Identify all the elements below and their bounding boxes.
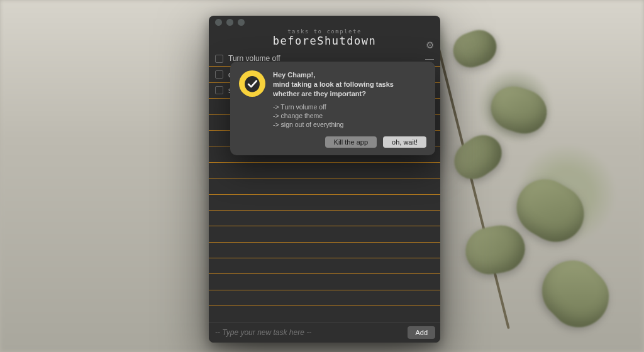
dialog-line2: whether are they important? (273, 90, 366, 97)
new-task-input[interactable] (214, 327, 402, 338)
dialog-greeting: Hey Champ!, (273, 71, 315, 79)
task-checkbox[interactable] (215, 70, 223, 79)
new-task-bar: Add (209, 322, 440, 343)
task-row[interactable] (209, 163, 440, 179)
dialog-task-item: -> sign out of everything (273, 120, 394, 129)
task-checkbox[interactable] (215, 86, 223, 94)
task-row[interactable] (209, 179, 440, 194)
add-button[interactable]: Add (408, 326, 435, 339)
header-subtitle: tasks to complete (234, 28, 415, 35)
zoom-icon[interactable] (238, 19, 245, 26)
minimize-icon[interactable] (226, 19, 233, 26)
svg-point-0 (245, 76, 260, 92)
confirm-dialog: Hey Champ!, mind taking a look at follow… (230, 62, 435, 155)
kill-app-button[interactable]: Kill the app (325, 136, 377, 148)
dialog-task-list: -> Turn volume off-> change theme-> sign… (273, 102, 394, 129)
task-row[interactable] (209, 195, 440, 211)
gear-icon[interactable]: ⚙ (426, 40, 434, 51)
close-icon[interactable] (215, 19, 222, 26)
task-row[interactable] (209, 211, 440, 226)
dialog-task-item: -> Turn volume off (273, 102, 394, 111)
app-badge-icon (239, 70, 265, 97)
task-row[interactable] (209, 306, 440, 322)
task-row[interactable] (209, 226, 440, 242)
wait-button[interactable]: oh, wait! (383, 136, 426, 148)
app-header: tasks to complete beforeShutdown ⚙ (209, 28, 440, 51)
task-row[interactable] (209, 258, 440, 274)
task-row[interactable] (209, 243, 440, 258)
window-titlebar[interactable] (209, 16, 440, 28)
task-checkbox[interactable] (215, 55, 223, 63)
task-row[interactable] (209, 290, 440, 306)
task-row[interactable] (209, 274, 440, 290)
dialog-task-item: -> change theme (273, 111, 394, 120)
dialog-line1: mind taking a look at following tasks (273, 80, 394, 88)
header-title: beforeShutdown (234, 35, 415, 47)
dialog-message: Hey Champ!, mind taking a look at follow… (273, 70, 394, 129)
